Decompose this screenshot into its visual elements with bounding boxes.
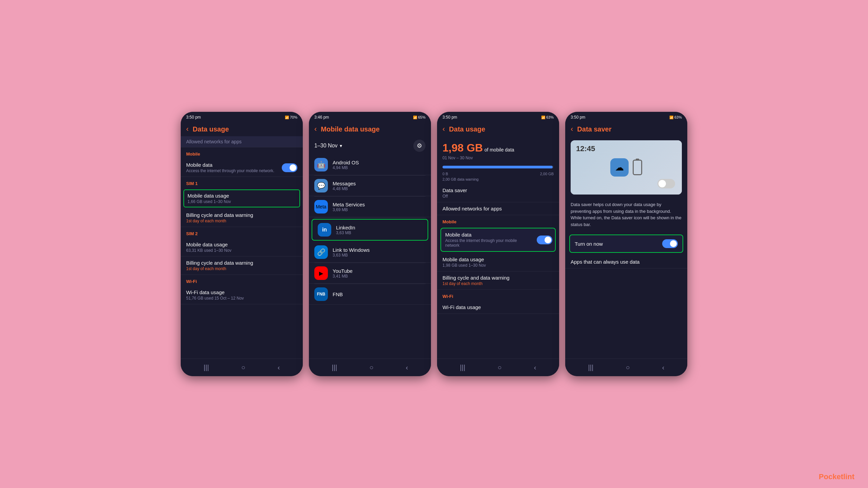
nav-back-1[interactable]: ‹ [275,361,283,374]
section-wifi-1: Wi-Fi [181,275,303,286]
nav-recent-4[interactable]: ||| [586,361,596,374]
toggle-knob-1 [290,164,296,171]
status-icons-4: 📶 63% [669,115,682,119]
time-4: 3:50 pm [571,115,585,120]
preview-app-icon: ☁ [610,158,629,177]
content-2: 🤖 Android OS 4,94 MB 💬 Messages 4,48 MB … [309,155,431,359]
billing-cycle-sim1[interactable]: Billing cycle and data warning 1st day o… [181,209,303,227]
status-bar-1: 3:50 pm 📶 70% [181,112,303,121]
mobile-data-toggle-3[interactable] [537,236,552,244]
app-icon-messages: 💬 [314,179,328,192]
watermark-p: P [819,472,824,481]
mobile-data-usage-sim2[interactable]: Mobile data usage 63,31 KB used 1–30 Nov [181,238,303,257]
wifi-item-3[interactable]: Wi-Fi data usage [437,301,559,314]
app-item-messages[interactable]: 💬 Messages 4,48 MB [309,176,431,196]
mobile-data-usage-3[interactable]: Mobile data usage 1,98 GB used 1–30 Nov [437,253,559,271]
divider [314,217,426,218]
app-item-link-to-windows[interactable]: 🔗 Link to Windows 3,63 MB [309,242,431,263]
data-amount: 1,98 GB of mobile data [442,142,554,154]
app-item-linkedin[interactable]: in LinkedIn 3,63 MB [312,220,428,240]
mobile-data-item-1[interactable]: Mobile data Access the internet through … [181,159,303,177]
linkedin-highlighted[interactable]: in LinkedIn 3,63 MB [312,219,428,241]
back-arrow-1[interactable]: ‹ [186,125,189,134]
nav-home-1[interactable]: ○ [238,361,248,374]
phone-2: 3:46 pm 📶 65% ‹ Mobile data usage 1–30 N… [309,112,431,376]
time-1: 3:50 pm [186,115,201,120]
data-progress-bar [442,166,554,168]
app-item-youtube[interactable]: ▶ YouTube 3,41 MB [309,263,431,284]
data-saver-item[interactable]: Data saver Off [437,184,559,202]
phone-1: 3:50 pm 📶 70% ‹ Data usage Allowed netwo… [181,112,303,376]
signal-icon-1: 📶 [285,116,289,119]
page-title-3: Data usage [449,125,485,133]
allowed-networks-item[interactable]: Allowed networks for apps [437,202,559,215]
preview-toggle-knob [658,180,666,187]
nav-bar-3: ||| ○ ‹ [437,359,559,376]
battery-4: 63% [674,115,682,119]
turn-on-now-row[interactable]: Turn on now [569,235,683,253]
date-selector-2[interactable]: 1–30 Nov ▾ [314,143,342,149]
content-1: Allowed networks for apps Mobile Mobile … [181,136,303,359]
wifi-data-usage-1[interactable]: Wi-Fi data usage 51,76 GB used 15 Oct – … [181,286,303,304]
data-scale: 0 B 2,00 GB [437,171,559,177]
status-bar-4: 3:50 pm 📶 63% [565,112,687,121]
app-info-fnb: FNB [333,291,426,297]
data-saver-description: Data saver helps cut down your data usag… [565,199,687,232]
nav-bar-1: ||| ○ ‹ [181,359,303,376]
page-title-4: Data saver [577,125,611,133]
section-wifi-3: Wi-Fi [437,290,559,301]
billing-cycle-sim2[interactable]: Billing cycle and data warning 1st day o… [181,257,303,275]
section-sim1: SIM 1 [181,177,303,188]
top-bar-3: ‹ Data usage [437,121,559,136]
nav-back-2[interactable]: ‹ [403,361,411,374]
nav-recent-3[interactable]: ||| [457,361,468,374]
status-bar-3: 3:50 pm 📶 63% [437,112,559,121]
app-item-fnb[interactable]: FNB FNB [309,284,431,305]
app-info-link-to-windows: Link to Windows 3,63 MB [333,247,426,258]
gear-icon-2[interactable]: ⚙ [413,140,426,152]
data-saver-preview: 12:45 ☁ [571,140,682,195]
preview-toggle [657,179,675,188]
nav-home-2[interactable]: ○ [367,361,376,374]
app-icon-youtube: ▶ [314,266,328,280]
status-icons-2: 📶 65% [413,115,426,119]
preview-icon-area: ☁ [610,158,642,177]
mobile-data-toggle-1[interactable] [282,163,297,172]
nav-bar-2: ||| ○ ‹ [309,359,431,376]
preview-battery-icon [633,160,642,175]
section-sim2: SIM 2 [181,227,303,238]
app-info-android-os: Android OS 4,94 MB [333,160,426,170]
preview-inner: 12:45 ☁ [571,140,682,195]
content-3: 1,98 GB of mobile data 01 Nov – 30 Nov 0… [437,136,559,359]
billing-cycle-3[interactable]: Billing cycle and data warning 1st day o… [437,271,559,290]
nav-recent-1[interactable]: ||| [201,361,212,374]
back-arrow-2[interactable]: ‹ [314,125,317,134]
preview-time: 12:45 [576,144,595,153]
phone-4: 3:50 pm 📶 63% ‹ Data saver 12:45 ☁ [565,112,687,376]
section-mobile-3: Mobile [437,215,559,226]
nav-home-4[interactable]: ○ [623,361,632,374]
back-arrow-4[interactable]: ‹ [571,125,573,134]
mobile-data-item-highlighted-3[interactable]: Mobile data Access the internet through … [440,228,556,252]
mobile-data-usage-sim1-highlighted[interactable]: Mobile data usage 1,66 GB used 1–30 Nov [183,189,300,207]
signal-icon-2: 📶 [413,116,417,119]
nav-back-4[interactable]: ‹ [659,361,667,374]
battery-2: 65% [418,115,426,119]
toggle-knob-3 [545,237,551,243]
data-warning: 2,00 GB data warning [437,177,559,184]
app-item-meta[interactable]: Meta Meta Services 3,69 MB [309,197,431,217]
nav-home-3[interactable]: ○ [495,361,504,374]
nav-recent-2[interactable]: ||| [329,361,340,374]
apps-always-data-item[interactable]: Apps that can always use data [565,256,687,268]
app-item-android-os[interactable]: 🤖 Android OS 4,94 MB [309,155,431,175]
back-arrow-3[interactable]: ‹ [442,125,445,134]
battery-1: 70% [290,115,297,119]
nav-back-3[interactable]: ‹ [531,361,539,374]
date-row-2: 1–30 Nov ▾ ⚙ [309,136,431,155]
turn-on-now-toggle[interactable] [662,239,678,248]
section-mobile-1: Mobile [181,147,303,159]
watermark: Pocketlint [819,472,854,481]
turn-on-now-toggle-knob [670,240,677,247]
phones-container: 3:50 pm 📶 70% ‹ Data usage Allowed netwo… [171,102,697,386]
preview-toggle-area [657,179,675,188]
